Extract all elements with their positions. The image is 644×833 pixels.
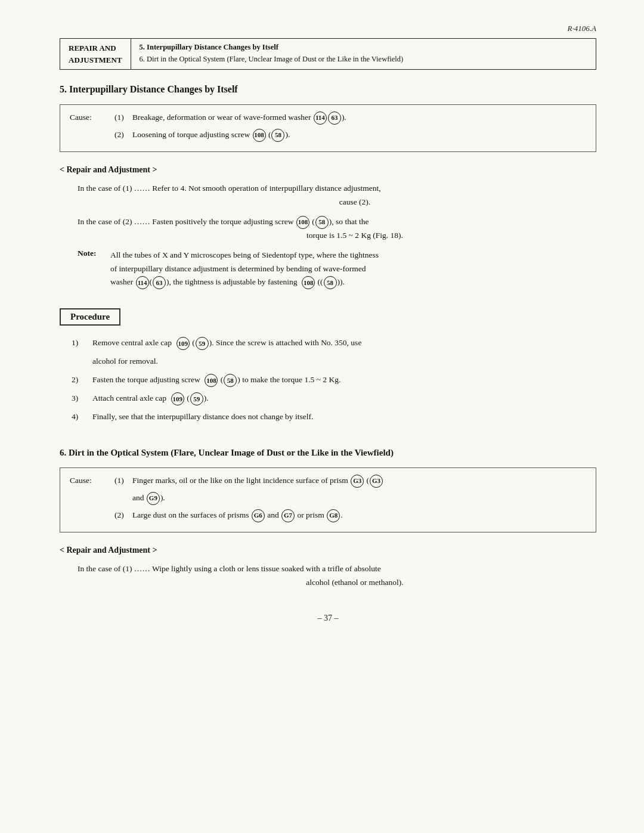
circled-114: 114 <box>314 112 327 125</box>
circled-G6: G6 <box>252 509 265 522</box>
cause6-row-1: Cause: (1) Finger marks, oil or the like… <box>70 474 586 488</box>
circled-G3a: G3 <box>351 475 364 488</box>
circled-58c: 58 <box>324 276 337 289</box>
section5-title: 5. Interpupillary Distance Changes by It… <box>60 84 596 95</box>
header-left: REPAIR AND ADJUSTMENT <box>60 39 131 69</box>
cause-row-2: (2) Loosening of torque adjusting screw … <box>70 128 586 142</box>
cause6-label: Cause: <box>70 474 114 487</box>
circled-108c: 108 <box>302 276 315 289</box>
cause-row-1: Cause: (1) Breakage, deformation or wear… <box>70 111 586 125</box>
repair-body-2: In the case of (2) …… Fasten positively … <box>60 215 596 243</box>
step-4: 4) Finally, see that the interpupillary … <box>72 410 596 424</box>
cause6-row-1b: and G9). <box>70 491 586 505</box>
circled-108b: 108 <box>296 216 309 229</box>
page: R·4106.A REPAIR AND ADJUSTMENT 5. Interp… <box>0 0 644 833</box>
circled-G9: G9 <box>147 492 160 505</box>
step-num-4: 4) <box>72 410 92 424</box>
step-num-1: 1) <box>72 336 92 350</box>
circled-108d: 108 <box>205 374 218 387</box>
circled-58d: 58 <box>224 374 237 387</box>
header-box: REPAIR AND ADJUSTMENT 5. Interpupillary … <box>60 38 596 70</box>
step-text-4: Finally, see that the interpupillary dis… <box>92 410 596 424</box>
step-num-3: 3) <box>72 392 92 405</box>
circled-114b: 114 <box>136 276 149 289</box>
procedure-box: Procedure <box>60 308 120 326</box>
step-1-cont: alcohol for removal. <box>72 355 596 368</box>
circled-58b: 58 <box>315 216 329 229</box>
header-line2: 6. Dirt in the Optical System (Flare, Un… <box>140 53 404 65</box>
step-num-2: 2) <box>72 373 92 387</box>
cause-text-2: Loosening of torque adjusting screw 108 … <box>132 128 586 142</box>
header-line1: 5. Interpupillary Distance Changes by It… <box>140 41 404 53</box>
repair-center-6: alcohol (ethanol or methanol). <box>113 576 596 590</box>
step-1: 1) Remove central axle cap 109 (59). Sin… <box>72 336 596 350</box>
step-text-2: Fasten the torque adjusting screw 108 (5… <box>92 373 596 387</box>
circled-109a: 109 <box>177 337 190 350</box>
repair-header-6: < Repair and Adjustment > <box>60 546 596 555</box>
cause-label: Cause: <box>70 111 114 124</box>
cause6-text-1: Finger marks, oil or the like on the lig… <box>132 474 586 488</box>
cause6-num-1: (1) <box>114 474 132 487</box>
header-right: 5. Interpupillary Distance Changes by It… <box>131 39 412 69</box>
step-2: 2) Fasten the torque adjusting screw 108… <box>72 373 596 387</box>
cause-num-1: (1) <box>114 111 132 124</box>
procedure-steps: 1) Remove central axle cap 109 (59). Sin… <box>60 336 596 424</box>
page-header: R·4106.A <box>60 24 596 33</box>
circled-59a: 59 <box>196 337 209 350</box>
step-text-1: Remove central axle cap 109 (59). Since … <box>92 336 596 350</box>
note-block: Note: All the tubes of X and Y microscop… <box>60 249 596 290</box>
section6-title: 6. Dirt in the Optical System (Flare, Un… <box>60 448 596 458</box>
cause6-row-2: (2) Large dust on the surfaces of prisms… <box>70 509 586 522</box>
circled-59b: 59 <box>190 392 203 405</box>
circled-G8: G8 <box>327 509 340 522</box>
step-text-3: Attach central axle cap 109 (59). <box>92 392 596 405</box>
cause6-num-2: (2) <box>114 509 132 522</box>
note-label: Note: <box>78 249 110 258</box>
circled-63b: 63 <box>153 276 166 289</box>
repair-center-1: cause (2). <box>113 196 596 209</box>
repair-header-5: < Repair and Adjustment > <box>60 165 596 175</box>
cause6-text-1b: and G9). <box>132 491 586 505</box>
repair-center-2: torque is 1.5 ~ 2 Kg (Fig. 18). <box>113 229 596 243</box>
note-text: All the tubes of X and Y microscopes bei… <box>110 249 379 290</box>
circled-58a: 58 <box>271 129 284 142</box>
repair-body-1: In the case of (1) …… Refer to 4. Not sm… <box>60 182 596 209</box>
cause-table-5: Cause: (1) Breakage, deformation or wear… <box>60 104 596 152</box>
repair-body-6: In the case of (1) …… Wipe lightly using… <box>60 562 596 590</box>
circled-G7: G7 <box>281 509 295 522</box>
circled-G3b: G3 <box>370 475 383 488</box>
cause-table-6: Cause: (1) Finger marks, oil or the like… <box>60 467 596 532</box>
circled-108a: 108 <box>253 129 266 142</box>
circled-109b: 109 <box>171 392 184 405</box>
cause6-text-2: Large dust on the surfaces of prisms G6 … <box>132 509 586 522</box>
cause-num-2: (2) <box>114 128 132 141</box>
page-ref: R·4106.A <box>328 24 596 33</box>
circled-63: 63 <box>328 112 341 125</box>
step-3: 3) Attach central axle cap 109 (59). <box>72 392 596 405</box>
page-footer: – 37 – <box>60 614 596 623</box>
cause-text-1: Breakage, deformation or wear of wave-fo… <box>132 111 586 125</box>
